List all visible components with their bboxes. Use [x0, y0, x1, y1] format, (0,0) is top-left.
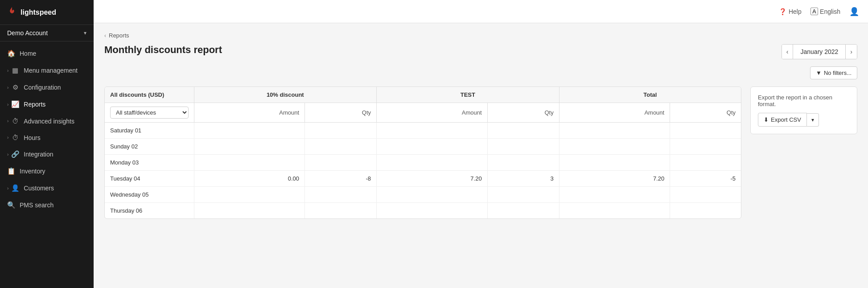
help-label: Help: [789, 8, 802, 15]
account-switcher[interactable]: Demo Account ▾: [0, 25, 94, 41]
export-csv-label: Export CSV: [771, 116, 801, 123]
sidebar-label-menu-management: Menu management: [24, 67, 86, 74]
day-label: Monday 03: [105, 155, 194, 171]
qty3: [670, 139, 741, 155]
content-area: All discounts (USD) 10% discount TEST To…: [104, 86, 857, 219]
sidebar-label-hours: Hours: [24, 134, 86, 141]
amt1: [194, 123, 305, 139]
sidebar-item-home[interactable]: 🏠 Home: [0, 45, 94, 62]
breadcrumb-reports-link[interactable]: Reports: [109, 32, 129, 39]
qty1: [305, 123, 377, 139]
sidebar-item-advanced-insights[interactable]: › ⏱ Advanced insights: [0, 113, 94, 129]
amt3: 7.20: [559, 171, 670, 187]
table-subheader-row: All staff/devices Amount Qty Amount Qty …: [105, 103, 741, 123]
col-10pct-discount: 10% discount: [194, 87, 377, 103]
amt3: [559, 155, 670, 171]
amt2: [377, 187, 488, 203]
staff-devices-select[interactable]: All staff/devices: [110, 107, 189, 119]
qty2: 3: [487, 171, 559, 187]
advanced-insights-icon: ⏱: [11, 117, 19, 125]
help-circle-icon: ❓: [779, 8, 786, 15]
subheader-qty-2: Qty: [487, 103, 559, 123]
subheader-amount-1: Amount: [194, 103, 305, 123]
user-avatar-button[interactable]: 👤: [849, 7, 859, 16]
language-selector[interactable]: A English: [810, 8, 840, 15]
chevron-right-icon: ›: [7, 68, 8, 73]
amt3: [559, 203, 670, 219]
sidebar: lightspeed Demo Account ▾ 🏠 Home › ▦ Men…: [0, 0, 94, 288]
amt1: [194, 203, 305, 219]
export-dropdown-button[interactable]: ▾: [807, 113, 819, 127]
sidebar-item-menu-management[interactable]: › ▦ Menu management: [0, 62, 94, 79]
subheader-qty-3: Qty: [670, 103, 741, 123]
day-label: Thursday 06: [105, 203, 194, 219]
table-body: Saturday 01Sunday 02Monday 03Tuesday 040…: [105, 123, 741, 219]
hours-icon: ⏱: [11, 134, 19, 141]
qty3: [670, 203, 741, 219]
col-test: TEST: [377, 87, 559, 103]
date-navigator: ‹ January 2022 ›: [782, 44, 857, 59]
page-header: Monthly discounts report ‹ January 2022 …: [104, 44, 857, 59]
amt2: [377, 139, 488, 155]
amt1: [194, 187, 305, 203]
chevron-right-icon-7: ›: [7, 186, 8, 191]
day-label: Sunday 02: [105, 139, 194, 155]
qty3: [670, 123, 741, 139]
chevron-right-icon-5: ›: [7, 135, 8, 140]
filters-button[interactable]: ▼ No filters...: [810, 66, 857, 79]
help-button[interactable]: ❓ Help: [779, 8, 802, 15]
date-prev-button[interactable]: ‹: [782, 45, 794, 59]
app-name: lightspeed: [21, 8, 56, 16]
sidebar-label-reports: Reports: [24, 101, 86, 108]
sidebar-item-integration[interactable]: › 🔗 Integration: [0, 146, 94, 163]
date-next-button[interactable]: ›: [845, 45, 857, 59]
table-row: Tuesday 040.00-87.2037.20-5: [105, 171, 741, 187]
qty1: [305, 187, 377, 203]
amt1: [194, 155, 305, 171]
sidebar-label-pms-search: PMS search: [20, 202, 86, 209]
sidebar-label-customers: Customers: [24, 185, 86, 192]
configuration-icon: ⚙: [11, 83, 19, 91]
discounts-table-container: All discounts (USD) 10% discount TEST To…: [104, 86, 741, 219]
qty1: [305, 139, 377, 155]
amt3: [559, 139, 670, 155]
customers-icon: 👤: [11, 184, 19, 192]
day-label: Wednesday 05: [105, 187, 194, 203]
sidebar-label-home: Home: [20, 50, 86, 57]
topbar: ❓ Help A English 👤: [94, 0, 868, 23]
sidebar-item-pms-search[interactable]: 🔍 PMS search: [0, 197, 94, 214]
amt2: [377, 123, 488, 139]
sidebar-item-reports[interactable]: › 📈 Reports: [0, 96, 94, 113]
breadcrumb: ‹ Reports: [104, 32, 857, 39]
table-row: Thursday 06: [105, 203, 741, 219]
sidebar-item-configuration[interactable]: › ⚙ Configuration: [0, 79, 94, 96]
user-icon: 👤: [849, 7, 859, 16]
export-panel: Export the report in a chosen format. ⬇ …: [750, 86, 857, 134]
export-button-group: ⬇ Export CSV ▾: [758, 113, 850, 127]
qty1: [305, 203, 377, 219]
home-icon: 🏠: [7, 49, 15, 58]
chevron-right-icon-4: ›: [7, 119, 8, 123]
staff-dropdown-cell: All staff/devices: [105, 103, 194, 123]
menu-management-icon: ▦: [11, 66, 19, 74]
sidebar-label-advanced-insights: Advanced insights: [24, 118, 86, 125]
export-csv-button[interactable]: ⬇ Export CSV: [758, 113, 807, 127]
amt2: [377, 155, 488, 171]
sidebar-item-customers[interactable]: › 👤 Customers: [0, 180, 94, 197]
discounts-table: All discounts (USD) 10% discount TEST To…: [105, 87, 741, 218]
col-all-discounts: All discounts (USD): [105, 87, 194, 103]
date-current-label: January 2022: [793, 45, 845, 59]
qty1: [305, 155, 377, 171]
col-total: Total: [559, 87, 741, 103]
account-name: Demo Account: [7, 29, 48, 37]
language-icon: A: [810, 8, 818, 15]
chevron-right-icon-3: ›: [7, 102, 8, 107]
table-row: Saturday 01: [105, 123, 741, 139]
table-header-row: All discounts (USD) 10% discount TEST To…: [105, 87, 741, 103]
sidebar-item-inventory[interactable]: 📋 Inventory: [0, 163, 94, 180]
sidebar-item-hours[interactable]: › ⏱ Hours: [0, 129, 94, 146]
export-description: Export the report in a chosen format.: [758, 94, 850, 107]
chevron-right-icon-2: ›: [7, 85, 8, 90]
pms-search-icon: 🔍: [7, 201, 15, 209]
subheader-qty-1: Qty: [305, 103, 377, 123]
